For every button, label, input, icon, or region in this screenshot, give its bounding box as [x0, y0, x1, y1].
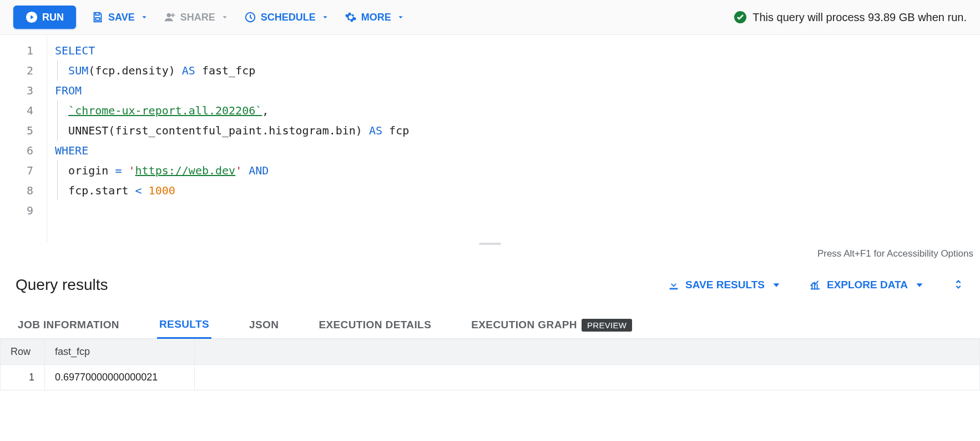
- chevron-down-icon: [913, 279, 926, 291]
- results-table: Rowfast_fcp 10.69770000000000021: [0, 339, 980, 390]
- line-number: 3: [0, 81, 33, 101]
- line-gutter: 123456789: [0, 35, 44, 243]
- line-number: 9: [0, 201, 33, 220]
- code-line[interactable]: UNNEST(first_contentful_paint.histogram.…: [47, 121, 980, 141]
- code-line[interactable]: WHERE: [47, 141, 980, 161]
- save-icon: [92, 11, 104, 23]
- code-line[interactable]: `chrome-ux-report.all.202206`,: [47, 101, 980, 121]
- code-line[interactable]: FROM: [47, 81, 980, 101]
- sql-editor[interactable]: 123456789 SELECT SUM(fcp.density) AS fas…: [0, 35, 980, 243]
- line-number: 1: [0, 41, 33, 61]
- chevron-down-icon: [770, 279, 782, 291]
- chevron-down-icon: [321, 13, 329, 21]
- share-icon: [164, 11, 176, 23]
- code-line[interactable]: fcp.start < 1000: [47, 181, 980, 201]
- check-circle-icon: [734, 11, 747, 24]
- svg-point-4: [166, 13, 170, 17]
- col-header: fast_fcp: [45, 339, 195, 365]
- cell-fast_fcp: 0.69770000000000021: [45, 365, 195, 390]
- download-icon: [668, 279, 680, 291]
- line-number: 7: [0, 161, 33, 181]
- svg-marker-5: [223, 16, 226, 18]
- results-header: Query results SAVE RESULTS EXPLORE DATA: [0, 263, 980, 300]
- tab-execution-details[interactable]: EXECUTION DETAILS: [316, 312, 433, 338]
- save-results-menu[interactable]: SAVE RESULTS: [668, 279, 782, 291]
- more-menu[interactable]: MORE: [345, 11, 405, 23]
- tab-results[interactable]: RESULTS: [157, 312, 211, 339]
- tab-job-information[interactable]: JOB INFORMATION: [16, 312, 122, 338]
- code-line[interactable]: SUM(fcp.density) AS fast_fcp: [47, 61, 980, 81]
- svg-rect-2: [95, 18, 99, 21]
- line-number: 2: [0, 61, 33, 81]
- clock-icon: [244, 11, 256, 23]
- svg-marker-3: [142, 16, 146, 18]
- tab-json[interactable]: JSON: [247, 312, 281, 338]
- save-menu[interactable]: SAVE: [92, 11, 148, 23]
- chevron-down-icon: [140, 13, 148, 21]
- code-line[interactable]: origin = 'https://web.dev' AND: [47, 161, 980, 181]
- share-label: SHARE: [180, 12, 215, 23]
- share-menu[interactable]: SHARE: [164, 11, 229, 23]
- svg-marker-10: [773, 283, 779, 287]
- more-label: MORE: [361, 12, 391, 23]
- query-status: This query will process 93.89 GB when ru…: [734, 11, 967, 24]
- explore-data-label: EXPLORE DATA: [827, 279, 908, 291]
- play-icon: [26, 11, 38, 23]
- gear-icon: [345, 11, 357, 23]
- line-number: 4: [0, 101, 33, 121]
- results-title: Query results: [16, 276, 108, 294]
- line-number: 5: [0, 121, 33, 141]
- explore-data-menu[interactable]: EXPLORE DATA: [809, 279, 926, 291]
- svg-marker-7: [323, 16, 327, 18]
- chart-icon: [809, 279, 821, 291]
- tab-execution-graph[interactable]: EXECUTION GRAPHPREVIEW: [469, 312, 634, 338]
- code-line[interactable]: SELECT: [47, 41, 980, 61]
- row-number: 1: [1, 365, 45, 390]
- col-header: Row: [1, 339, 45, 365]
- unfold-icon: [952, 278, 964, 290]
- schedule-label: SCHEDULE: [261, 12, 316, 23]
- save-label: SAVE: [108, 12, 135, 23]
- table-row[interactable]: 10.69770000000000021: [1, 365, 980, 390]
- results-tabs: JOB INFORMATIONRESULTSJSONEXECUTION DETA…: [0, 300, 980, 339]
- run-button[interactable]: RUN: [13, 6, 76, 29]
- save-results-label: SAVE RESULTS: [685, 279, 765, 291]
- preview-badge: PREVIEW: [582, 319, 632, 332]
- schedule-menu[interactable]: SCHEDULE: [244, 11, 329, 23]
- chevron-down-icon: [221, 13, 229, 21]
- expand-collapse-button[interactable]: [952, 278, 964, 292]
- line-number: 6: [0, 141, 33, 161]
- run-label: RUN: [42, 12, 64, 23]
- svg-marker-8: [398, 16, 402, 18]
- code-line[interactable]: [47, 201, 980, 220]
- chevron-down-icon: [397, 13, 405, 21]
- a11y-hint: Press Alt+F1 for Accessibility Options: [0, 245, 980, 263]
- code-area[interactable]: SELECT SUM(fcp.density) AS fast_fcpFROM …: [47, 35, 980, 243]
- query-toolbar: RUN SAVE SHARE SCHEDULE MORE This query …: [0, 0, 980, 35]
- line-number: 8: [0, 181, 33, 201]
- svg-marker-11: [917, 283, 923, 287]
- status-text: This query will process 93.89 GB when ru…: [752, 11, 967, 24]
